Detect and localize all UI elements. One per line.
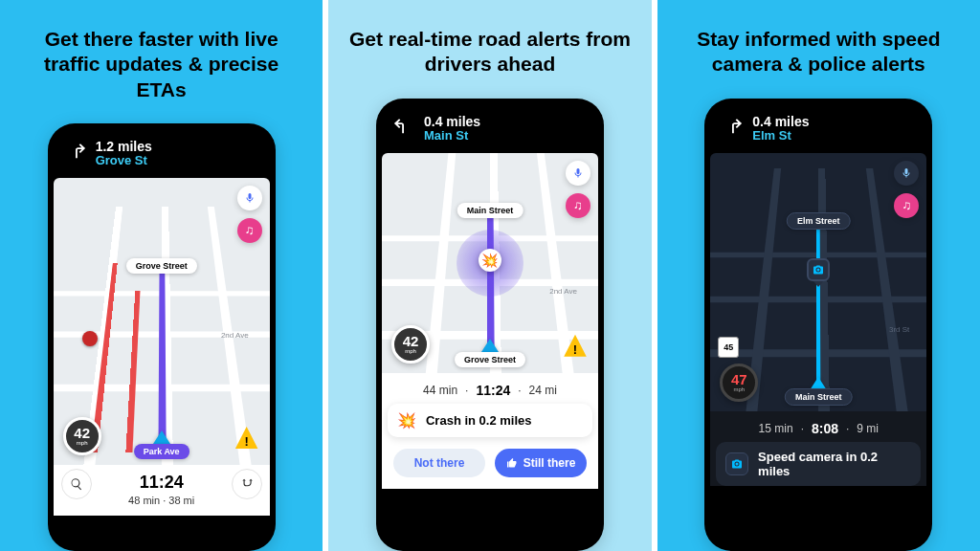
nav-street: Main St bbox=[424, 129, 480, 143]
speedometer: 42 mph bbox=[391, 325, 430, 364]
nav-banner: 0.4 miles Main St bbox=[382, 108, 598, 153]
current-location-cursor bbox=[481, 339, 499, 352]
still-there-button[interactable]: Still there bbox=[495, 449, 587, 477]
current-street-pill: Main Street bbox=[785, 388, 853, 406]
voice-fab[interactable] bbox=[894, 161, 919, 186]
nav-street: Elm St bbox=[752, 129, 809, 143]
turn-right-icon bbox=[65, 139, 86, 160]
search-icon bbox=[70, 477, 83, 491]
music-fab[interactable]: ♫ bbox=[566, 193, 590, 218]
eta-distance: 38 mi bbox=[168, 495, 194, 506]
voice-fab[interactable] bbox=[566, 161, 590, 186]
alert-card: Speed camera in 0.2 miles bbox=[716, 442, 921, 486]
map-view[interactable]: ♫ Main Street 💥 2nd Ave 42 mph Grove Str… bbox=[382, 153, 598, 373]
camera-badge bbox=[725, 452, 748, 475]
mic-icon bbox=[572, 167, 584, 179]
eta-clock: 8:08 bbox=[812, 421, 838, 436]
turn-left-icon bbox=[393, 114, 414, 135]
mic-icon bbox=[901, 167, 912, 179]
speedometer: 42 mph bbox=[63, 417, 101, 455]
promo-panel-3: Stay informed with speed camera & police… bbox=[657, 0, 980, 551]
camera-icon bbox=[813, 264, 824, 276]
cross-street-label: 3rd St bbox=[889, 325, 909, 334]
eta-duration: 44 min bbox=[423, 384, 457, 397]
music-icon: ♫ bbox=[902, 198, 911, 212]
cross-street-label: 2nd Ave bbox=[549, 287, 577, 296]
not-there-button[interactable]: Not there bbox=[393, 449, 485, 477]
nav-distance: 1.2 miles bbox=[96, 139, 152, 154]
eta-distance: 24 mi bbox=[529, 384, 557, 397]
nav-distance: 0.4 miles bbox=[752, 114, 809, 129]
current-street-pill: Park Ave bbox=[134, 444, 189, 459]
street-pill: Elm Street bbox=[787, 212, 851, 230]
music-fab[interactable]: ♫ bbox=[237, 218, 262, 243]
phone-frame: 1.2 miles Grove St ♫ Grove Street 2nd Av… bbox=[48, 123, 276, 551]
mic-icon bbox=[244, 192, 256, 204]
traffic-jam-indicator bbox=[125, 291, 140, 452]
phone-frame: 0.4 miles Elm St ♫ Elm Street 3rd St bbox=[704, 99, 932, 552]
current-street-pill: Grove Street bbox=[455, 352, 525, 367]
alert-text: Speed camera in 0.2 miles bbox=[758, 450, 911, 478]
routes-button[interactable] bbox=[232, 469, 262, 499]
crash-icon: 💥 bbox=[397, 411, 416, 430]
cross-street-label: 2nd Ave bbox=[221, 331, 249, 340]
music-icon: ♫ bbox=[245, 223, 255, 237]
eta-bar[interactable]: 44 min · 11:24 · 24 mi 💥 Crash in 0.2 mi… bbox=[382, 373, 598, 489]
current-location-cursor bbox=[153, 430, 170, 444]
route-line bbox=[158, 263, 166, 452]
eta-distance: 9 mi bbox=[857, 422, 879, 435]
music-fab[interactable]: ♫ bbox=[894, 193, 919, 218]
eta-bar[interactable]: 11:24 48 min · 38 mi bbox=[54, 465, 270, 516]
hazard-pin[interactable] bbox=[82, 331, 98, 346]
headline: Get there faster with live traffic updat… bbox=[17, 27, 305, 102]
alert-text: Crash in 0.2 miles bbox=[426, 413, 532, 428]
eta-clock: 11:24 bbox=[140, 473, 184, 493]
speedometer: 47 mph bbox=[720, 364, 758, 402]
nav-distance: 0.4 miles bbox=[424, 114, 480, 129]
map-view[interactable]: ♫ Grove Street 2nd Ave 42 mph Park Ave bbox=[54, 178, 270, 465]
search-button[interactable] bbox=[61, 469, 92, 499]
eta-clock: 11:24 bbox=[476, 383, 510, 398]
eta-duration: 48 min bbox=[128, 495, 160, 506]
eta-bar[interactable]: 15 min · 8:08 · 9 mi Speed camera in 0.2… bbox=[710, 411, 926, 486]
phone-frame: 0.4 miles Main St ♫ Main Street 💥 2nd Av… bbox=[376, 99, 604, 552]
thumbs-up-icon bbox=[506, 457, 518, 469]
turn-right-icon bbox=[722, 114, 743, 135]
street-pill: Grove Street bbox=[126, 258, 197, 274]
eta-duration: 15 min bbox=[759, 422, 793, 435]
crash-pin[interactable]: 💥 bbox=[479, 249, 501, 272]
promo-panel-1: Get there faster with live traffic updat… bbox=[0, 0, 323, 551]
music-icon: ♫ bbox=[573, 198, 583, 212]
speed-camera-pin[interactable] bbox=[807, 258, 830, 285]
nav-banner: 1.2 miles Grove St bbox=[54, 133, 270, 178]
voice-fab[interactable] bbox=[237, 186, 262, 210]
map-view[interactable]: ♫ Elm Street 3rd St 45 47 mph Main Stree… bbox=[710, 153, 926, 411]
alert-card: 💥 Crash in 0.2 miles bbox=[388, 404, 592, 437]
camera-icon bbox=[731, 458, 743, 470]
nav-street: Grove St bbox=[96, 154, 152, 168]
nav-banner: 0.4 miles Elm St bbox=[710, 108, 926, 153]
routes-icon bbox=[240, 477, 254, 491]
promo-panel-2: Get real-time road alerts from drivers a… bbox=[328, 0, 651, 551]
street-pill: Main Street bbox=[457, 203, 523, 218]
speed-limit-sign: 45 bbox=[718, 337, 739, 358]
headline: Stay informed with speed camera & police… bbox=[675, 27, 963, 77]
headline: Get real-time road alerts from drivers a… bbox=[345, 27, 634, 77]
